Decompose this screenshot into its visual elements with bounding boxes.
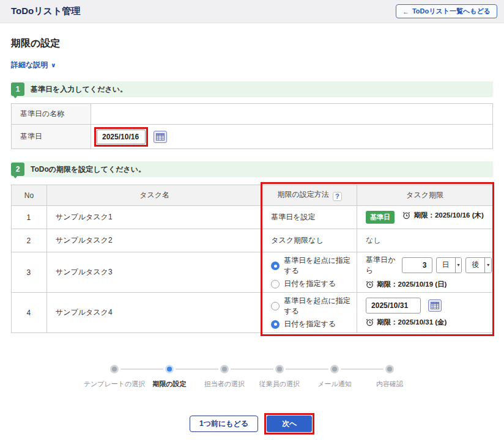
header-no: No — [12, 185, 47, 206]
row3-radio-base-origin[interactable]: 基準日を起点に指定する — [271, 255, 356, 276]
back-to-list-label: ToDoリスト一覧へもどる — [412, 7, 491, 16]
alarm-clock-icon — [402, 211, 410, 219]
step-label: 内容確認 — [376, 380, 403, 389]
header-method: 期限の設定方法? — [262, 185, 357, 206]
calendar-glyph — [156, 133, 165, 141]
calendar-glyph — [431, 302, 439, 309]
step-dot-icon — [110, 365, 119, 373]
base-date-badge: 基準日 — [366, 211, 395, 224]
step-dot-icon — [220, 365, 229, 373]
row3-method: 基準日を起点に指定する 日付を指定する — [262, 252, 357, 293]
section2-header: 2 ToDoの期限を設定してください。 — [11, 161, 493, 177]
calendar-icon[interactable] — [428, 299, 442, 312]
row4-deadline: 期限：2025/10/31 (金) — [357, 293, 493, 333]
row3-offset-input[interactable] — [402, 257, 432, 273]
table-row: 4 サンプルタスク4 基準日を起点に指定する 日付を指定する — [12, 293, 493, 333]
step1-badge: 1 — [11, 82, 24, 96]
table-row: 1 サンプルタスク1 基準日を設定 基準日 期限：2025/10/16 (木) — [12, 206, 493, 229]
left-arrow-icon: ← — [402, 8, 409, 15]
calendar-icon[interactable] — [154, 131, 167, 143]
base-date-input[interactable] — [97, 130, 146, 144]
row3-direction-value: 後 — [466, 260, 484, 270]
annotation-next-button: 次へ — [264, 413, 314, 435]
step-content-confirmation: 内容確認 — [362, 365, 417, 389]
row3-due: 期限：2025/10/19 (日) — [366, 280, 447, 289]
step-label: 期限の設定 — [152, 380, 186, 389]
row3-no: 3 — [12, 252, 47, 293]
row3-task-name: サンプルタスク3 — [46, 252, 262, 293]
row1-method: 基準日を設定 — [262, 206, 357, 229]
page-title: 期限の設定 — [11, 37, 493, 50]
help-icon[interactable]: ? — [333, 192, 342, 201]
step-label: メール通知 — [317, 380, 352, 389]
base-date-table: 基準日の名称 基準日 — [11, 103, 493, 149]
row4-due-text: 期限：2025/10/31 (金) — [377, 318, 447, 327]
chevron-down-icon: ∨ — [51, 62, 56, 68]
radio-unselected-icon — [271, 280, 280, 288]
previous-step-button[interactable]: 1つ前にもどる — [190, 416, 258, 432]
dropdown-arrow-icon: ▼ — [484, 258, 491, 273]
radio-selected-icon — [271, 262, 280, 270]
row4-radio-date-label: 日付を指定する — [284, 319, 336, 329]
radio-selected-icon — [271, 320, 280, 329]
top-bar: ToDoリスト管理 ← ToDoリスト一覧へもどる — [0, 0, 504, 23]
header-method-label: 期限の設定方法 — [278, 190, 329, 199]
step-label: 従業員の選択 — [259, 380, 300, 389]
task-deadline-table: No タスク名 期限の設定方法? タスク期限 1 サンプルタスク1 基準日を設定… — [11, 185, 493, 333]
row3-from-label: 基準日から — [366, 255, 398, 276]
main-content: 期限の設定 詳細な説明 ∨ 1 基準日を入力してください。 基準日の名称 基準日 — [0, 37, 504, 435]
detail-description-label: 詳細な説明 — [11, 60, 48, 70]
base-date-name-label: 基準日の名称 — [12, 104, 91, 125]
progress-stepper: テンプレートの選択 期限の設定 担当者の選択 従業員の選択 メール通知 内容確認 — [11, 365, 493, 389]
row3-radio-specify-date[interactable]: 日付を指定する — [271, 279, 356, 289]
row2-no: 2 — [12, 229, 47, 252]
row1-due-text: 期限：2025/10/16 (木) — [413, 211, 483, 220]
row4-date-input[interactable] — [366, 298, 421, 314]
row4-no: 4 — [12, 293, 47, 333]
section1-instruction: 基準日を入力してください。 — [31, 84, 127, 95]
row1-due: 期限：2025/10/16 (木) — [402, 211, 483, 220]
next-button[interactable]: 次へ — [267, 416, 312, 432]
step-label: 担当者の選択 — [204, 380, 245, 389]
base-date-name-value[interactable] — [91, 104, 493, 125]
step-label: テンプレートの選択 — [84, 380, 146, 389]
section2-instruction: ToDoの期限を設定してください。 — [31, 164, 146, 175]
footer-actions: 1つ前にもどる 次へ — [11, 413, 493, 435]
radio-unselected-icon — [271, 302, 280, 310]
row2-task-name: サンプルタスク2 — [46, 229, 262, 252]
back-to-list-button[interactable]: ← ToDoリスト一覧へもどる — [396, 4, 497, 18]
app-title: ToDoリスト管理 — [11, 6, 80, 17]
row4-radio-specify-date[interactable]: 日付を指定する — [271, 319, 356, 329]
row4-method: 基準日を起点に指定する 日付を指定する — [262, 293, 357, 333]
table-row: 2 サンプルタスク2 タスク期限なし なし — [12, 229, 493, 252]
row3-radio-base-label: 基準日を起点に指定する — [284, 255, 356, 276]
row4-radio-base-label: 基準日を起点に指定する — [284, 296, 356, 317]
row4-radio-base-origin[interactable]: 基準日を起点に指定する — [271, 296, 356, 317]
step2-badge: 2 — [11, 163, 24, 176]
step-dot-icon — [275, 365, 284, 373]
step-dot-icon — [330, 365, 339, 373]
annotation-base-date-input — [94, 127, 148, 147]
table-row: 3 サンプルタスク3 基準日を起点に指定する 日付を指定する — [12, 252, 493, 293]
step-dot-active-icon — [165, 365, 174, 373]
section1-header: 1 基準日を入力してください。 — [11, 81, 493, 97]
header-task-name: タスク名 — [46, 185, 262, 206]
row3-unit-value: 日 — [437, 260, 455, 270]
header-task-deadline: タスク期限 — [357, 185, 493, 206]
task-table-wrapper: No タスク名 期限の設定方法? タスク期限 1 サンプルタスク1 基準日を設定… — [11, 185, 493, 333]
row2-deadline: なし — [357, 229, 493, 252]
row3-radio-date-label: 日付を指定する — [284, 279, 336, 289]
dropdown-arrow-icon: ▼ — [455, 258, 462, 273]
base-date-label: 基準日 — [12, 125, 91, 149]
row1-task-name: サンプルタスク1 — [46, 206, 262, 229]
row3-direction-select[interactable]: 後 ▼ — [465, 257, 492, 273]
row3-unit-select[interactable]: 日 ▼ — [436, 257, 462, 273]
row3-deadline: 基準日から 日 ▼ 後 ▼ — [357, 252, 493, 293]
row1-no: 1 — [12, 206, 47, 229]
row1-deadline: 基準日 期限：2025/10/16 (木) — [357, 206, 493, 229]
row4-task-name: サンプルタスク4 — [46, 293, 262, 333]
alarm-clock-icon — [366, 280, 374, 288]
row2-method: タスク期限なし — [262, 229, 357, 252]
detail-description-toggle[interactable]: 詳細な説明 ∨ — [11, 60, 56, 70]
step-dot-icon — [385, 365, 394, 373]
